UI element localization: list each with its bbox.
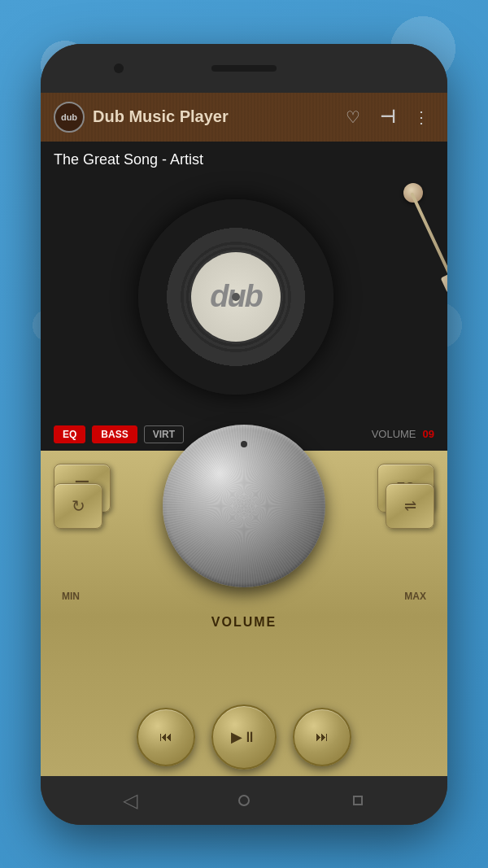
bass-toggle-button[interactable]: BASS [92, 425, 137, 443]
home-nav-button[interactable] [224, 780, 264, 821]
shuffle-button[interactable]: ⇌ [386, 483, 434, 529]
turntable-area: The Great Song - Artist dub [41, 142, 447, 451]
tonearm-head [441, 271, 447, 293]
app-header: dub Dub Music Player ♡ ⊣ ⋮ [41, 93, 447, 142]
phone-bottom-nav: ◁ [41, 776, 447, 825]
equalizer-adjust-icon[interactable]: ⊣ [374, 107, 400, 128]
repeat-button[interactable]: ↻ [54, 483, 102, 529]
app-title: Dub Music Player [93, 107, 332, 126]
volume-value: 09 [423, 428, 434, 440]
volume-text-label: VOLUME [211, 615, 277, 630]
home-circle-icon [238, 795, 250, 806]
play-pause-icon: ▶⏸ [231, 728, 257, 746]
knob-min-max: MIN MAX [54, 591, 434, 602]
logo-text: dub [61, 112, 77, 122]
previous-button[interactable]: ⏮ [137, 708, 195, 766]
overflow-menu-icon[interactable]: ⋮ [408, 107, 434, 127]
song-title: The Great Song - Artist [41, 142, 447, 175]
tonearm [350, 183, 431, 313]
volume-knob[interactable] [163, 425, 325, 587]
knob-min-label: MIN [62, 591, 80, 602]
shuffle-icon: ⇌ [404, 497, 416, 515]
knob-indicator-dot [241, 441, 247, 447]
back-nav-button[interactable]: ◁ [110, 780, 150, 821]
tonearm-arm [410, 192, 447, 290]
back-icon: ◁ [123, 789, 137, 812]
vinyl-record: dub [138, 199, 333, 395]
phone-speaker [211, 65, 277, 72]
phone-camera [114, 63, 124, 73]
controls-panel: ☰ EQ ↻ ⇌ [41, 451, 447, 776]
dub-logo: dub [54, 102, 85, 133]
phone-frame: dub Dub Music Player ♡ ⊣ ⋮ The Great Son… [41, 44, 447, 825]
recents-square-icon [353, 796, 363, 805]
phone-top [41, 44, 447, 93]
eq-toggle-button[interactable]: EQ [54, 425, 85, 443]
volume-label: VOLUME [372, 428, 416, 440]
volume-knob-container [163, 425, 325, 587]
next-button[interactable]: ⏭ [293, 708, 351, 766]
knob-max-label: MAX [404, 591, 426, 602]
turntable-visual: dub [41, 175, 447, 419]
favorite-icon[interactable]: ♡ [340, 107, 366, 127]
playback-row: ⏮ ▶⏸ ⏭ [137, 704, 351, 770]
vinyl-label: dub [191, 252, 281, 342]
phone-screen: dub Dub Music Player ♡ ⊣ ⋮ The Great Son… [41, 93, 447, 776]
repeat-icon: ↻ [72, 496, 85, 516]
next-icon: ⏭ [316, 730, 329, 744]
play-pause-button[interactable]: ▶⏸ [211, 704, 277, 770]
prev-icon: ⏮ [159, 730, 172, 744]
recents-nav-button[interactable] [338, 780, 378, 821]
vinyl-center-hole [232, 293, 240, 301]
